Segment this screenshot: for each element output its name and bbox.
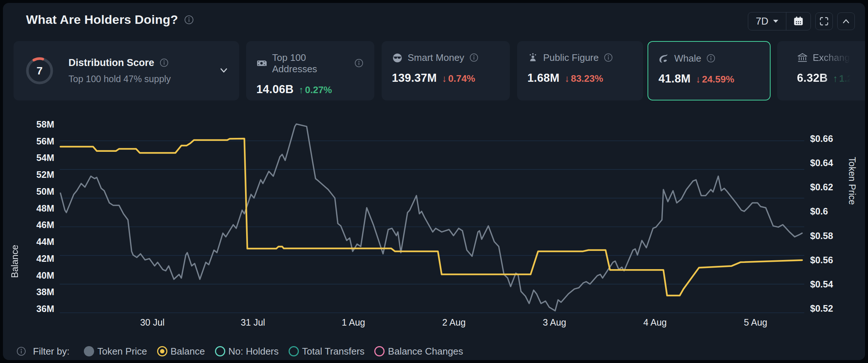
- balance-axis-tick-label: 56M: [36, 136, 54, 146]
- page-title: What Are Holders Doing?: [26, 12, 178, 27]
- x-axis-tick-label: 1 Aug: [342, 317, 365, 327]
- legend-item-token-price[interactable]: Token Price: [84, 346, 147, 357]
- balance-swatch: [157, 346, 167, 356]
- legend-item-balance[interactable]: Balance: [157, 346, 205, 357]
- balance-axis-tick-label: 40M: [36, 270, 54, 280]
- collapse-button[interactable]: [837, 12, 855, 30]
- distribution-score-title: Distribution Score: [68, 57, 154, 69]
- price-axis-tick-label: $0.6: [810, 206, 828, 216]
- card-distribution-score[interactable]: 7 Distribution Score Top 100 hold 47% su…: [14, 41, 239, 100]
- holders-chart[interactable]: 58M56M54M52M50M48M46M44M42M40M38M36M$0.6…: [3, 110, 865, 352]
- filter-legend: Filter by: Token Price Balance No: Holde…: [16, 343, 463, 359]
- caret-down-icon: [773, 19, 779, 23]
- distribution-gauge: 7: [24, 55, 55, 87]
- stat-delta: ↓24.59%: [696, 74, 734, 85]
- balance-axis-tick-label: 54M: [36, 153, 54, 163]
- balance-axis-tick-label: 42M: [36, 253, 54, 264]
- balance-axis-tick-label: 44M: [36, 236, 54, 247]
- stat-info-icon[interactable]: [706, 54, 716, 64]
- x-axis-tick-label: 3 Aug: [543, 317, 566, 327]
- card-top-100-addresses[interactable]: Top 100 Addresses 14.06B ↑0.27%: [246, 41, 374, 100]
- stat-value: 139.37M: [392, 72, 437, 85]
- no-holders-swatch: [215, 346, 225, 356]
- holders-panel: What Are Holders Doing? 7D: [3, 3, 865, 360]
- smart-money-icon: [392, 52, 403, 63]
- price-axis-tick-label: $0.56: [810, 255, 833, 265]
- balance-axis-tick-label: 52M: [36, 169, 54, 180]
- arrow-down-icon: ↓: [442, 73, 447, 84]
- calendar-icon: [793, 16, 804, 27]
- whale-icon: [659, 53, 669, 64]
- balance-axis-tick-label: 46M: [36, 220, 54, 230]
- stat-title: Top 100 Addresses: [272, 52, 349, 75]
- stat-value: 1.68M: [527, 72, 560, 85]
- price-axis-tick-label: $0.54: [810, 279, 833, 289]
- x-axis-tick-label: 5 Aug: [744, 317, 767, 327]
- legend-item-balance-changes[interactable]: Balance Changes: [374, 346, 463, 357]
- card-whale[interactable]: Whale 41.8M ↓24.59%: [648, 41, 771, 100]
- x-axis-tick-label: 2 Aug: [442, 317, 466, 327]
- price-axis-tick-label: $0.58: [810, 231, 833, 241]
- price-axis-tick-label: $0.66: [810, 133, 833, 144]
- title-info-icon[interactable]: [184, 15, 194, 25]
- price-axis-tick-label: $0.52: [810, 303, 833, 314]
- right-axis-title: Token Price: [847, 157, 857, 278]
- balance-axis-tick-label: 38M: [36, 287, 54, 297]
- stat-info-icon[interactable]: [354, 58, 364, 69]
- stat-title: Public Figure: [543, 52, 599, 63]
- stat-delta: ↓83.23%: [565, 73, 603, 84]
- distribution-score-value: 7: [24, 55, 55, 87]
- stat-delta: ↓0.74%: [442, 73, 475, 84]
- calendar-button[interactable]: [786, 12, 810, 30]
- stat-title: Exchange: [813, 52, 855, 63]
- range-dropdown-button[interactable]: 7D: [748, 12, 786, 30]
- balance-axis-tick-label: 50M: [36, 186, 54, 197]
- banknote-icon: [256, 58, 267, 69]
- x-axis-tick-label: 31 Jul: [241, 317, 265, 327]
- token-price-swatch: [84, 346, 94, 356]
- distribution-subtitle: Top 100 hold 47% supply: [68, 74, 214, 84]
- filter-info-icon[interactable]: [16, 346, 26, 356]
- holders-dashboard: What Are Holders Doing? 7D: [0, 0, 868, 363]
- total-transfers-swatch: [289, 346, 299, 356]
- balance-axis-tick-label: 36M: [36, 304, 54, 314]
- filter-by-label: Filter by:: [33, 346, 70, 357]
- bank-icon: [797, 52, 808, 63]
- x-axis-tick-label: 4 Aug: [643, 317, 667, 327]
- balance-axis-tick-label: 58M: [36, 119, 54, 129]
- stat-title: Whale: [674, 53, 701, 64]
- stat-value: 6.32B: [797, 72, 828, 85]
- stat-delta: ↑1.23: [833, 73, 858, 84]
- range-label: 7D: [756, 16, 768, 27]
- legend-item-no-holders[interactable]: No: Holders: [215, 346, 279, 357]
- public-figure-icon: [527, 52, 538, 63]
- token-price-line: [60, 124, 802, 311]
- arrow-up-icon: ↑: [299, 84, 304, 96]
- balance-axis-tick-label: 48M: [36, 203, 54, 213]
- stat-cards-row: 7 Distribution Score Top 100 hold 47% su…: [3, 41, 865, 100]
- x-axis-tick-label: 30 Jul: [140, 317, 165, 327]
- balance-changes-swatch: [374, 346, 385, 356]
- arrow-down-icon: ↓: [565, 73, 570, 84]
- stat-info-icon[interactable]: [604, 53, 614, 63]
- stat-value: 41.8M: [659, 72, 691, 85]
- price-axis-tick-label: $0.64: [810, 158, 833, 168]
- distribution-info-icon[interactable]: [159, 58, 170, 68]
- chevron-up-icon: [841, 16, 851, 26]
- panel-header: What Are Holders Doing? 7D: [3, 3, 865, 38]
- stat-info-icon[interactable]: [469, 53, 479, 63]
- stat-title: Smart Money: [408, 52, 464, 63]
- card-public-figure[interactable]: Public Figure 1.68M ↓83.23%: [517, 41, 643, 100]
- chevron-down-icon[interactable]: [219, 65, 229, 77]
- card-exchange[interactable]: Exchange 6.32B ↑1.23: [777, 41, 865, 100]
- arrow-up-icon: ↑: [833, 73, 838, 84]
- left-axis-title: Balance: [10, 161, 20, 278]
- stat-delta: ↑0.27%: [299, 84, 332, 96]
- card-smart-money[interactable]: Smart Money 139.37M ↓0.74%: [382, 41, 510, 100]
- arrow-down-icon: ↓: [696, 74, 701, 85]
- fullscreen-button[interactable]: [815, 12, 833, 30]
- legend-item-total-transfers[interactable]: Total Transfers: [289, 346, 365, 357]
- price-axis-tick-label: $0.62: [810, 182, 833, 192]
- stat-value: 14.06B: [256, 83, 294, 96]
- fullscreen-icon: [819, 16, 829, 26]
